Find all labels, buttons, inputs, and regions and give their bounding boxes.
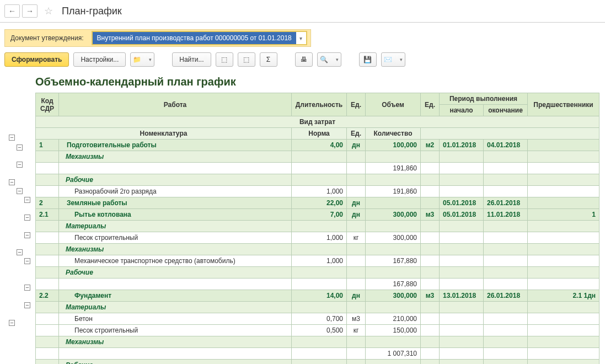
table-row[interactable]: 2.2Фундамент14,00дн300,000м313.01.201826…	[36, 290, 599, 302]
tree-expander[interactable]	[17, 188, 23, 194]
vars-button[interactable]: 📁▾	[130, 52, 154, 67]
preview-button[interactable]: 🔍▾	[317, 52, 341, 67]
col-period: Период выполнения	[440, 93, 528, 105]
col-work: Работа	[59, 93, 292, 116]
approval-value[interactable]: Внутренний план производства работ 00000…	[93, 32, 296, 44]
settings-button[interactable]: Настройки...	[73, 52, 126, 67]
nav-back-button[interactable]: ←	[4, 4, 20, 18]
folder-icon: 📁	[133, 56, 141, 63]
mail-icon: ✉️	[384, 56, 392, 63]
report-title: Объемно-календарный план график	[35, 76, 599, 88]
tree-expander[interactable]	[24, 258, 30, 264]
table-row[interactable]: Механическое транспортное средство (авто…	[36, 255, 599, 267]
sigma-icon: Σ	[266, 56, 270, 63]
col-end: окончание	[484, 105, 528, 116]
table-row[interactable]: Разнорабочий 2го разряда1,000191,860	[36, 186, 599, 197]
toolbar: Сформировать Настройки... 📁▾ Найти... ⬚ …	[0, 47, 605, 72]
table-row[interactable]: Рабочие	[36, 267, 599, 279]
table-row[interactable]: Механизмы	[36, 244, 599, 255]
tree-expander[interactable]	[9, 179, 15, 185]
tree-expander[interactable]	[17, 162, 23, 168]
page-title: План-график	[62, 6, 122, 17]
subheader-nomenclature: Номенклатура Норма Ед. Количество	[36, 128, 599, 140]
table-row[interactable]: Материалы	[36, 221, 599, 232]
sum-button[interactable]: Σ	[260, 52, 277, 67]
subheader-cost-type: Вид затрат	[36, 116, 599, 128]
tree-expander[interactable]	[9, 135, 15, 141]
tree-expander[interactable]	[24, 232, 30, 238]
table-row[interactable]: Материалы	[36, 302, 599, 313]
approval-input[interactable]: Внутренний план производства работ 00000…	[92, 31, 307, 45]
report-table: Код СДР Работа Длительность Ед. Объем Ед…	[35, 93, 599, 364]
approval-bar: Документ утверждения: Внутренний план пр…	[4, 29, 311, 47]
tree-expander[interactable]	[17, 144, 23, 151]
cost-type-label: Вид затрат	[36, 116, 599, 128]
find-button[interactable]: Найти...	[172, 52, 211, 67]
approval-dropdown-icon[interactable]: ▾	[296, 32, 306, 44]
tree-expander[interactable]	[24, 215, 30, 221]
col-unit: Ед.	[347, 93, 366, 116]
col-pred: Предшественники	[528, 93, 599, 116]
table-row[interactable]: Песок строительный0,500кг150,000	[36, 325, 599, 336]
top-bar: ← → ☆ План-график	[0, 0, 605, 23]
tree-expander[interactable]	[24, 197, 30, 203]
table-row[interactable]: 191,860	[36, 163, 599, 174]
col-nomenclature: Номенклатура	[36, 128, 292, 140]
table-row[interactable]: 2.1Рытье котлована7,00дн300,000м305.01.2…	[36, 209, 599, 221]
table-row[interactable]: Механизмы	[36, 336, 599, 348]
table-row[interactable]: Бетон0,700м3210,000	[36, 313, 599, 325]
expand-icon: ⬚	[221, 56, 227, 63]
save-icon: 💾	[363, 56, 372, 63]
tree-expander[interactable]	[24, 302, 30, 308]
expand-groups-button[interactable]: ⬚	[216, 52, 233, 67]
col-code: Код СДР	[36, 93, 59, 116]
table-row[interactable]: 1Подготовительные работы4,00дн100,000м20…	[36, 140, 599, 151]
favorite-star-icon[interactable]: ☆	[42, 4, 55, 18]
printer-icon: 🖶	[301, 56, 307, 63]
print-button[interactable]: 🖶	[295, 52, 313, 67]
col-volume: Объем	[366, 93, 421, 116]
nav-forward-button[interactable]: →	[22, 4, 38, 18]
header-row-1: Код СДР Работа Длительность Ед. Объем Ед…	[36, 93, 599, 105]
table-row[interactable]: Рабочие	[36, 360, 599, 365]
approval-label: Документ утверждения:	[8, 34, 86, 42]
form-button[interactable]: Сформировать	[4, 52, 69, 67]
tree-expander[interactable]	[17, 249, 23, 255]
col-qty: Количество	[366, 128, 421, 140]
table-row[interactable]: 1 007,310	[36, 348, 599, 360]
table-row[interactable]: Механизмы	[36, 151, 599, 163]
col-norm: Норма	[292, 128, 347, 140]
col-duration: Длительность	[292, 93, 347, 116]
send-button[interactable]: ✉️▾	[381, 52, 405, 67]
table-row[interactable]: 167,880	[36, 279, 599, 290]
col-unit3: Ед.	[347, 128, 366, 140]
tree-expander[interactable]	[9, 320, 15, 326]
tree-expander[interactable]	[24, 285, 30, 291]
collapse-groups-button[interactable]: ⬚	[238, 52, 255, 67]
save-button[interactable]: 💾	[359, 52, 377, 67]
preview-icon: 🔍	[320, 56, 328, 63]
table-row[interactable]: Песок строительный1,000кг300,000	[36, 232, 599, 244]
collapse-icon: ⬚	[243, 56, 249, 63]
col-unit2: Ед.	[421, 93, 440, 116]
table-row[interactable]: Рабочие	[36, 174, 599, 186]
col-start: начало	[440, 105, 484, 116]
table-row[interactable]: 2Земляные работы22,00дн05.01.201826.01.2…	[36, 197, 599, 209]
